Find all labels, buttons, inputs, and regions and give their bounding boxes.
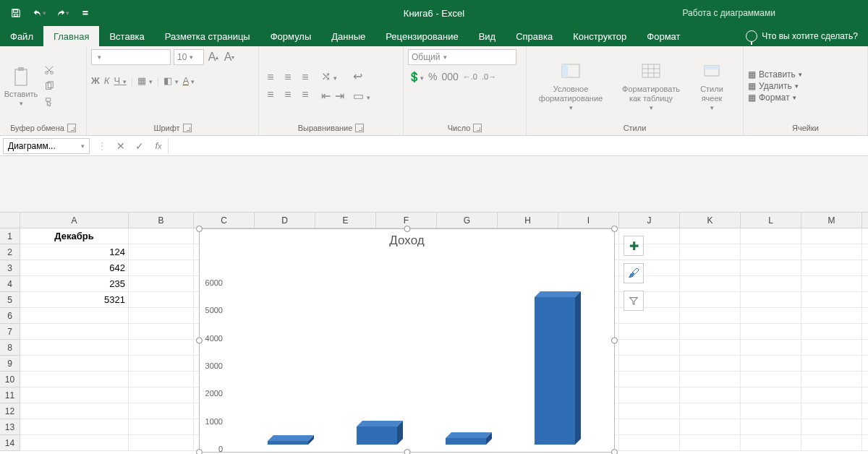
- column-header[interactable]: N: [862, 213, 868, 228]
- tab-home[interactable]: Главная: [43, 26, 99, 46]
- insert-cells-button[interactable]: ▦Вставить▾: [748, 69, 802, 80]
- decrease-font-icon[interactable]: A▾: [223, 51, 236, 64]
- column-header[interactable]: B: [129, 213, 194, 228]
- cell[interactable]: [680, 387, 741, 403]
- tab-view[interactable]: Вид: [469, 26, 506, 46]
- cell[interactable]: [801, 387, 862, 403]
- cell[interactable]: [741, 387, 801, 403]
- row-header[interactable]: 11: [0, 387, 20, 403]
- cell[interactable]: [129, 292, 194, 308]
- cell[interactable]: [862, 372, 868, 387]
- cancel-formula-icon[interactable]: ✕: [111, 140, 130, 152]
- cell[interactable]: [680, 276, 741, 292]
- cell[interactable]: [741, 276, 801, 292]
- cell[interactable]: [680, 435, 741, 451]
- cut-icon[interactable]: [42, 64, 56, 77]
- formula-input[interactable]: [168, 138, 868, 154]
- cell[interactable]: [619, 356, 680, 372]
- cell[interactable]: 124: [20, 244, 129, 260]
- cell[interactable]: [680, 340, 741, 356]
- cell[interactable]: [801, 324, 862, 340]
- cell[interactable]: [680, 372, 741, 387]
- row-header[interactable]: 14: [0, 435, 20, 451]
- cell[interactable]: [20, 419, 129, 435]
- chart-plot-area[interactable]: 0100020003000400050006000: [229, 280, 600, 445]
- name-box[interactable]: Диаграмм...▾: [3, 138, 90, 154]
- cell[interactable]: Декабрь: [20, 228, 129, 244]
- column-header[interactable]: D: [255, 213, 315, 228]
- align-middle-icon[interactable]: ≡: [281, 70, 295, 85]
- align-bottom-icon[interactable]: ≡: [298, 70, 312, 85]
- cell[interactable]: [862, 260, 868, 276]
- chart-styles-button[interactable]: 🖌: [624, 263, 644, 283]
- column-header[interactable]: I: [558, 213, 619, 228]
- row-header[interactable]: 2: [0, 244, 20, 260]
- cell[interactable]: [129, 419, 194, 435]
- cell[interactable]: [741, 260, 801, 276]
- tab-data[interactable]: Данные: [321, 26, 375, 46]
- chart-filters-button[interactable]: [624, 291, 644, 311]
- cell[interactable]: [20, 403, 129, 419]
- cell[interactable]: [801, 419, 862, 435]
- cell[interactable]: [129, 435, 194, 451]
- column-header[interactable]: G: [437, 213, 498, 228]
- cell[interactable]: [619, 419, 680, 435]
- cell[interactable]: [862, 435, 868, 451]
- cell[interactable]: [129, 356, 194, 372]
- resize-handle[interactable]: [404, 226, 410, 232]
- align-center-icon[interactable]: ≡: [281, 87, 295, 102]
- cell[interactable]: [680, 244, 741, 260]
- row-header[interactable]: 6: [0, 308, 20, 324]
- tab-chart-format[interactable]: Формат: [637, 26, 690, 46]
- cell[interactable]: [129, 387, 194, 403]
- cell[interactable]: [741, 435, 801, 451]
- resize-handle[interactable]: [611, 338, 618, 344]
- cell[interactable]: [619, 435, 680, 451]
- cell[interactable]: [20, 387, 129, 403]
- column-header[interactable]: C: [194, 213, 255, 228]
- align-left-icon[interactable]: ≡: [263, 87, 278, 102]
- cell[interactable]: [619, 340, 680, 356]
- tab-review[interactable]: Рецензирование: [375, 26, 468, 46]
- accounting-format-icon[interactable]: 💲▾: [408, 71, 424, 82]
- format-as-table-button[interactable]: Форматировать как таблицу▾: [618, 60, 684, 111]
- row-header[interactable]: 7: [0, 324, 20, 340]
- save-icon[interactable]: [6, 3, 26, 23]
- undo-icon[interactable]: ▾: [29, 3, 49, 23]
- column-header[interactable]: E: [315, 213, 376, 228]
- font-size-dropdown[interactable]: 10▾: [174, 49, 204, 65]
- cell[interactable]: [862, 356, 868, 372]
- cell-styles-button[interactable]: Стили ячеек▾: [692, 60, 732, 111]
- percent-format-icon[interactable]: %: [428, 71, 437, 82]
- cell[interactable]: [129, 228, 194, 244]
- cell[interactable]: [801, 276, 862, 292]
- cell[interactable]: [741, 419, 801, 435]
- cell[interactable]: [619, 324, 680, 340]
- tab-insert[interactable]: Вставка: [99, 26, 154, 46]
- conditional-formatting-button[interactable]: Условное форматирование▾: [531, 60, 610, 111]
- cell[interactable]: [741, 228, 801, 244]
- cell[interactable]: [741, 308, 801, 324]
- cell[interactable]: [20, 324, 129, 340]
- cell[interactable]: [862, 276, 868, 292]
- qat-customize-icon[interactable]: 〓: [75, 3, 95, 23]
- cell[interactable]: [20, 372, 129, 387]
- cell[interactable]: [680, 228, 741, 244]
- cell[interactable]: [129, 372, 194, 387]
- select-all-corner[interactable]: [0, 213, 20, 228]
- column-header[interactable]: L: [741, 213, 801, 228]
- cell[interactable]: [129, 244, 194, 260]
- cell[interactable]: [862, 308, 868, 324]
- cell[interactable]: 235: [20, 276, 129, 292]
- cell[interactable]: [680, 260, 741, 276]
- number-format-dropdown[interactable]: Общий▾: [408, 49, 516, 65]
- column-header[interactable]: H: [498, 213, 558, 228]
- cell[interactable]: [741, 244, 801, 260]
- cell[interactable]: [20, 340, 129, 356]
- decrease-decimal-icon[interactable]: .0→: [482, 72, 496, 81]
- cell[interactable]: [862, 244, 868, 260]
- cell[interactable]: 5321: [20, 292, 129, 308]
- resize-handle[interactable]: [196, 226, 203, 232]
- cell[interactable]: [801, 372, 862, 387]
- cell[interactable]: [741, 340, 801, 356]
